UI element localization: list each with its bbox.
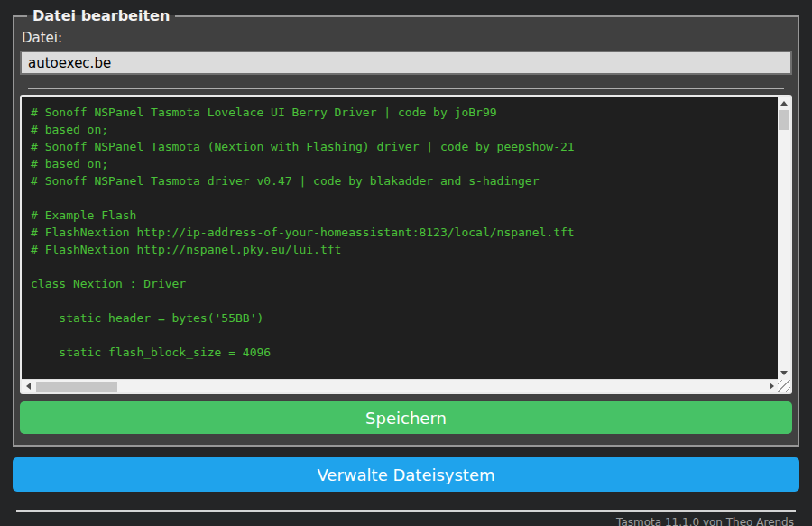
page: Datei bearbeiten Datei: # Sonoff NSPanel… (0, 0, 812, 526)
footer: Tasmota 11.1.0 von Theo Arends (16, 510, 796, 526)
resize-grip-icon[interactable] (778, 380, 790, 392)
file-name-label: Datei: (22, 30, 790, 46)
horizontal-scrollbar[interactable] (22, 379, 778, 392)
manage-filesystem-button[interactable]: Verwalte Dateisystem (13, 457, 799, 492)
save-button[interactable]: Speichern (20, 401, 792, 434)
scroll-down-icon[interactable] (778, 366, 790, 380)
file-name-input[interactable] (20, 51, 792, 75)
scroll-left-icon[interactable] (22, 380, 34, 392)
scroll-right-icon[interactable] (765, 380, 778, 392)
version-text: Tasmota 11.1.0 von Theo Arends (16, 516, 796, 526)
edit-file-fieldset: Datei bearbeiten Datei: # Sonoff NSPanel… (13, 7, 799, 447)
vertical-scrollbar-thumb[interactable] (779, 110, 789, 130)
fieldset-legend: Datei bearbeiten (27, 7, 175, 24)
form-divider (28, 88, 784, 89)
scroll-up-icon[interactable] (778, 97, 790, 110)
footer-divider (16, 510, 796, 512)
file-content[interactable]: # Sonoff NSPanel Tasmota Lovelace UI Ber… (22, 97, 778, 380)
vertical-scrollbar[interactable] (778, 97, 790, 380)
file-content-editor[interactable]: # Sonoff NSPanel Tasmota Lovelace UI Ber… (20, 95, 792, 394)
horizontal-scrollbar-thumb[interactable] (36, 382, 117, 392)
